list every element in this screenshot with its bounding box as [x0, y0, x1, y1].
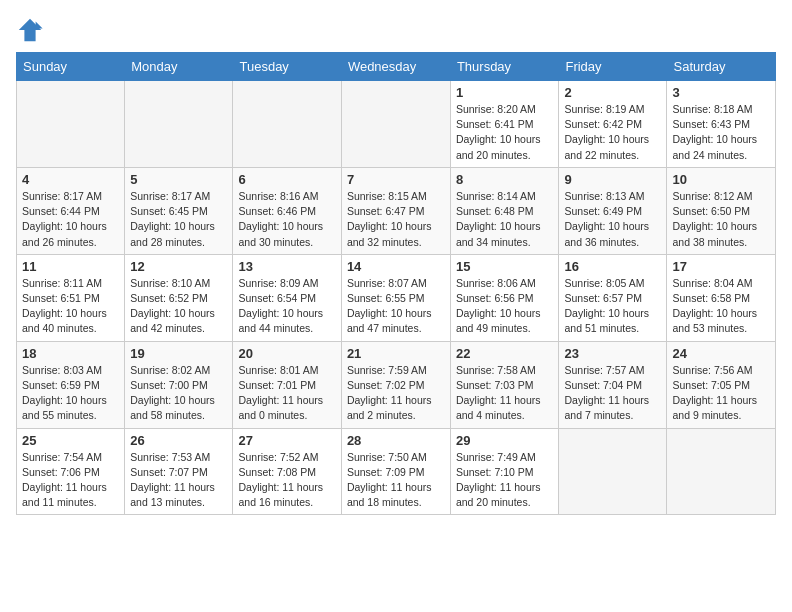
day-info: Sunrise: 8:10 AM Sunset: 6:52 PM Dayligh… — [130, 276, 227, 337]
calendar-cell: 16Sunrise: 8:05 AM Sunset: 6:57 PM Dayli… — [559, 254, 667, 341]
day-header-tuesday: Tuesday — [233, 53, 341, 81]
day-info: Sunrise: 8:07 AM Sunset: 6:55 PM Dayligh… — [347, 276, 445, 337]
calendar-cell: 28Sunrise: 7:50 AM Sunset: 7:09 PM Dayli… — [341, 428, 450, 515]
calendar-week-row: 18Sunrise: 8:03 AM Sunset: 6:59 PM Dayli… — [17, 341, 776, 428]
calendar-cell: 10Sunrise: 8:12 AM Sunset: 6:50 PM Dayli… — [667, 167, 776, 254]
day-info: Sunrise: 8:13 AM Sunset: 6:49 PM Dayligh… — [564, 189, 661, 250]
day-number: 12 — [130, 259, 227, 274]
calendar-cell — [667, 428, 776, 515]
calendar-cell: 1Sunrise: 8:20 AM Sunset: 6:41 PM Daylig… — [450, 81, 559, 168]
day-info: Sunrise: 7:49 AM Sunset: 7:10 PM Dayligh… — [456, 450, 554, 511]
calendar-cell: 3Sunrise: 8:18 AM Sunset: 6:43 PM Daylig… — [667, 81, 776, 168]
calendar-cell: 20Sunrise: 8:01 AM Sunset: 7:01 PM Dayli… — [233, 341, 341, 428]
calendar-cell: 4Sunrise: 8:17 AM Sunset: 6:44 PM Daylig… — [17, 167, 125, 254]
calendar-cell: 9Sunrise: 8:13 AM Sunset: 6:49 PM Daylig… — [559, 167, 667, 254]
calendar-cell: 15Sunrise: 8:06 AM Sunset: 6:56 PM Dayli… — [450, 254, 559, 341]
day-number: 10 — [672, 172, 770, 187]
day-info: Sunrise: 7:58 AM Sunset: 7:03 PM Dayligh… — [456, 363, 554, 424]
day-info: Sunrise: 7:50 AM Sunset: 7:09 PM Dayligh… — [347, 450, 445, 511]
day-info: Sunrise: 8:15 AM Sunset: 6:47 PM Dayligh… — [347, 189, 445, 250]
day-number: 1 — [456, 85, 554, 100]
calendar-cell: 7Sunrise: 8:15 AM Sunset: 6:47 PM Daylig… — [341, 167, 450, 254]
day-info: Sunrise: 8:20 AM Sunset: 6:41 PM Dayligh… — [456, 102, 554, 163]
calendar-cell: 21Sunrise: 7:59 AM Sunset: 7:02 PM Dayli… — [341, 341, 450, 428]
calendar-cell: 22Sunrise: 7:58 AM Sunset: 7:03 PM Dayli… — [450, 341, 559, 428]
calendar-cell: 19Sunrise: 8:02 AM Sunset: 7:00 PM Dayli… — [125, 341, 233, 428]
calendar-cell — [233, 81, 341, 168]
day-number: 21 — [347, 346, 445, 361]
calendar-cell — [341, 81, 450, 168]
day-info: Sunrise: 8:05 AM Sunset: 6:57 PM Dayligh… — [564, 276, 661, 337]
calendar-cell — [125, 81, 233, 168]
page-header — [16, 16, 776, 44]
calendar-cell: 6Sunrise: 8:16 AM Sunset: 6:46 PM Daylig… — [233, 167, 341, 254]
day-info: Sunrise: 8:01 AM Sunset: 7:01 PM Dayligh… — [238, 363, 335, 424]
day-number: 19 — [130, 346, 227, 361]
day-number: 18 — [22, 346, 119, 361]
day-info: Sunrise: 8:17 AM Sunset: 6:45 PM Dayligh… — [130, 189, 227, 250]
calendar-week-row: 11Sunrise: 8:11 AM Sunset: 6:51 PM Dayli… — [17, 254, 776, 341]
day-header-sunday: Sunday — [17, 53, 125, 81]
day-number: 14 — [347, 259, 445, 274]
calendar-cell: 26Sunrise: 7:53 AM Sunset: 7:07 PM Dayli… — [125, 428, 233, 515]
day-number: 16 — [564, 259, 661, 274]
logo — [16, 16, 48, 44]
day-number: 11 — [22, 259, 119, 274]
calendar-cell: 5Sunrise: 8:17 AM Sunset: 6:45 PM Daylig… — [125, 167, 233, 254]
day-header-friday: Friday — [559, 53, 667, 81]
day-number: 6 — [238, 172, 335, 187]
day-info: Sunrise: 7:53 AM Sunset: 7:07 PM Dayligh… — [130, 450, 227, 511]
svg-marker-1 — [36, 22, 43, 29]
day-number: 13 — [238, 259, 335, 274]
day-info: Sunrise: 7:57 AM Sunset: 7:04 PM Dayligh… — [564, 363, 661, 424]
day-header-monday: Monday — [125, 53, 233, 81]
day-header-wednesday: Wednesday — [341, 53, 450, 81]
day-number: 26 — [130, 433, 227, 448]
calendar-cell: 13Sunrise: 8:09 AM Sunset: 6:54 PM Dayli… — [233, 254, 341, 341]
day-info: Sunrise: 8:14 AM Sunset: 6:48 PM Dayligh… — [456, 189, 554, 250]
calendar-cell: 25Sunrise: 7:54 AM Sunset: 7:06 PM Dayli… — [17, 428, 125, 515]
day-number: 28 — [347, 433, 445, 448]
calendar-cell: 23Sunrise: 7:57 AM Sunset: 7:04 PM Dayli… — [559, 341, 667, 428]
day-info: Sunrise: 8:03 AM Sunset: 6:59 PM Dayligh… — [22, 363, 119, 424]
day-info: Sunrise: 7:56 AM Sunset: 7:05 PM Dayligh… — [672, 363, 770, 424]
day-info: Sunrise: 8:04 AM Sunset: 6:58 PM Dayligh… — [672, 276, 770, 337]
day-number: 8 — [456, 172, 554, 187]
calendar-cell — [17, 81, 125, 168]
day-info: Sunrise: 8:02 AM Sunset: 7:00 PM Dayligh… — [130, 363, 227, 424]
day-number: 15 — [456, 259, 554, 274]
day-number: 7 — [347, 172, 445, 187]
day-header-thursday: Thursday — [450, 53, 559, 81]
day-number: 4 — [22, 172, 119, 187]
day-number: 25 — [22, 433, 119, 448]
calendar-cell — [559, 428, 667, 515]
day-info: Sunrise: 8:11 AM Sunset: 6:51 PM Dayligh… — [22, 276, 119, 337]
svg-marker-0 — [19, 19, 41, 41]
day-info: Sunrise: 8:17 AM Sunset: 6:44 PM Dayligh… — [22, 189, 119, 250]
day-number: 23 — [564, 346, 661, 361]
calendar-cell: 8Sunrise: 8:14 AM Sunset: 6:48 PM Daylig… — [450, 167, 559, 254]
day-info: Sunrise: 7:52 AM Sunset: 7:08 PM Dayligh… — [238, 450, 335, 511]
day-number: 29 — [456, 433, 554, 448]
day-info: Sunrise: 7:59 AM Sunset: 7:02 PM Dayligh… — [347, 363, 445, 424]
calendar-week-row: 25Sunrise: 7:54 AM Sunset: 7:06 PM Dayli… — [17, 428, 776, 515]
calendar-week-row: 1Sunrise: 8:20 AM Sunset: 6:41 PM Daylig… — [17, 81, 776, 168]
day-header-saturday: Saturday — [667, 53, 776, 81]
day-info: Sunrise: 8:12 AM Sunset: 6:50 PM Dayligh… — [672, 189, 770, 250]
day-info: Sunrise: 8:19 AM Sunset: 6:42 PM Dayligh… — [564, 102, 661, 163]
day-number: 3 — [672, 85, 770, 100]
calendar-table: SundayMondayTuesdayWednesdayThursdayFrid… — [16, 52, 776, 515]
calendar-cell: 27Sunrise: 7:52 AM Sunset: 7:08 PM Dayli… — [233, 428, 341, 515]
day-info: Sunrise: 8:18 AM Sunset: 6:43 PM Dayligh… — [672, 102, 770, 163]
day-info: Sunrise: 7:54 AM Sunset: 7:06 PM Dayligh… — [22, 450, 119, 511]
calendar-cell: 11Sunrise: 8:11 AM Sunset: 6:51 PM Dayli… — [17, 254, 125, 341]
day-number: 27 — [238, 433, 335, 448]
logo-icon — [16, 16, 44, 44]
day-info: Sunrise: 8:06 AM Sunset: 6:56 PM Dayligh… — [456, 276, 554, 337]
day-number: 5 — [130, 172, 227, 187]
calendar-week-row: 4Sunrise: 8:17 AM Sunset: 6:44 PM Daylig… — [17, 167, 776, 254]
day-number: 17 — [672, 259, 770, 274]
day-info: Sunrise: 8:16 AM Sunset: 6:46 PM Dayligh… — [238, 189, 335, 250]
calendar-cell: 29Sunrise: 7:49 AM Sunset: 7:10 PM Dayli… — [450, 428, 559, 515]
day-number: 22 — [456, 346, 554, 361]
